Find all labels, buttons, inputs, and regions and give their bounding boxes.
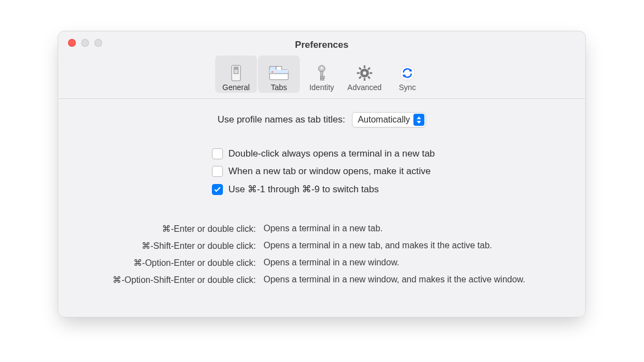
make-active-label: When a new tab or window opens, make it … [228, 166, 431, 177]
toolbar-item-sync[interactable]: Sync [387, 55, 428, 93]
preferences-window: Preferences General [58, 31, 586, 318]
toolbar-item-general[interactable]: General [215, 55, 257, 93]
svg-rect-4 [270, 66, 276, 70]
chevron-updown-icon [413, 114, 424, 126]
minimize-button[interactable] [81, 39, 89, 47]
svg-point-23 [363, 71, 366, 75]
zoom-button[interactable] [94, 39, 102, 47]
svg-rect-21 [359, 67, 362, 70]
svg-rect-12 [321, 76, 324, 78]
svg-rect-17 [357, 73, 360, 74]
svg-rect-13 [321, 79, 324, 80]
shortcut-desc: Opens a terminal in a new tab, and makes… [264, 241, 563, 251]
shortcut-desc: Opens a terminal in a new tab. [264, 224, 563, 234]
switch-icon [230, 64, 242, 82]
double-click-label: Double-click always opens a terminal in … [228, 148, 435, 159]
svg-point-8 [272, 71, 273, 73]
double-click-row: Double-click always opens a terminal in … [212, 148, 563, 159]
svg-rect-22 [367, 76, 371, 79]
toolbar-label: Tabs [271, 83, 287, 92]
svg-point-10 [321, 67, 323, 69]
toolbar-item-tabs[interactable]: Tabs [258, 55, 300, 93]
make-active-row: When a new tab or window opens, make it … [212, 166, 563, 177]
svg-rect-19 [367, 67, 371, 70]
double-click-checkbox[interactable] [212, 148, 223, 159]
traffic-lights [68, 39, 102, 47]
profile-names-value: Automatically [358, 115, 410, 125]
preferences-toolbar: General Tabs [58, 53, 585, 99]
window-title: Preferences [295, 40, 348, 51]
gear-icon [356, 64, 373, 82]
close-button[interactable] [68, 39, 76, 47]
toolbar-label: Advanced [348, 83, 382, 92]
svg-marker-27 [417, 116, 421, 119]
toolbar-label: Sync [399, 83, 416, 92]
svg-rect-5 [276, 66, 282, 70]
toolbar-item-advanced[interactable]: Advanced [344, 55, 385, 93]
titlebar: Preferences [58, 31, 585, 53]
shortcut-desc: Opens a terminal in a new window. [264, 258, 563, 268]
cmd-switch-label: Use ⌘-1 through ⌘-9 to switch tabs [228, 183, 379, 195]
toolbar-label: Identity [309, 83, 334, 92]
svg-rect-20 [359, 76, 362, 79]
svg-rect-15 [364, 65, 366, 68]
shortcut-key: ⌘-Enter or double click: [80, 224, 256, 234]
shortcut-desc: Opens a terminal in a new window, and ma… [264, 275, 563, 285]
key-icon [316, 64, 327, 82]
tabs-icon [269, 64, 289, 82]
profile-names-label: Use profile names as tab titles: [217, 114, 345, 125]
shortcut-key: ⌘-Shift-Enter or double click: [80, 241, 256, 251]
shortcut-key: ⌘-Option-Shift-Enter or double click: [80, 275, 256, 285]
svg-rect-2 [234, 67, 238, 70]
svg-rect-18 [369, 73, 372, 74]
shortcuts-table: ⌘-Enter or double click: Opens a termina… [80, 224, 563, 285]
profile-names-row: Use profile names as tab titles: Automat… [80, 112, 563, 127]
cmd-switch-checkbox[interactable] [212, 184, 223, 195]
shortcut-key: ⌘-Option-Enter or double click: [80, 258, 256, 268]
cmd-switch-row: Use ⌘-1 through ⌘-9 to switch tabs [212, 183, 563, 195]
profile-names-select[interactable]: Automatically [352, 112, 426, 127]
svg-point-24 [400, 66, 415, 80]
make-active-checkbox[interactable] [212, 166, 223, 177]
svg-marker-28 [417, 121, 421, 124]
sync-icon [399, 64, 416, 82]
tabs-pane: Use profile names as tab titles: Automat… [58, 99, 585, 317]
svg-rect-16 [364, 78, 366, 81]
toolbar-item-identity[interactable]: Identity [301, 55, 343, 93]
toolbar-label: General [222, 83, 250, 92]
